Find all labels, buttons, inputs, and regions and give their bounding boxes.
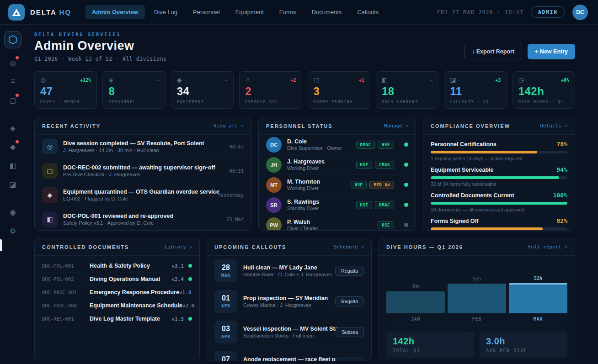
- sidebar-callouts-icon[interactable]: ◪: [4, 175, 21, 193]
- personnel-row[interactable]: DC D. ColeDive Supervisor · Owner DMACHS…: [259, 135, 416, 155]
- cert-badge: HSE: [378, 141, 394, 149]
- kpi-label: DOCS CURRENT: [382, 100, 432, 104]
- panel-title: UPCOMING CALLOUTS: [214, 244, 286, 250]
- document-row[interactable]: DOC-PROC-001 Emergency Response Procedur…: [35, 286, 199, 299]
- form-icon: ▢: [42, 163, 58, 179]
- sidebar-records-icon[interactable]: ◉: [4, 203, 21, 221]
- activity-item[interactable]: ◆ Equipment quarantined — OTS Guardian o…: [35, 183, 251, 207]
- nav-documents[interactable]: Documents: [305, 5, 348, 19]
- progress-track: [431, 202, 567, 205]
- doc-version: v1.8: [179, 290, 192, 295]
- sidebar-dive-log-icon[interactable]: ◎: [4, 54, 21, 71]
- diamond-icon: ◆: [10, 142, 16, 151]
- activity-item[interactable]: ▢ DOC-REC-002 submitted — awaiting super…: [35, 159, 251, 183]
- nav-personnel[interactable]: Personnel: [187, 5, 226, 19]
- nav-admin-overview[interactable]: Admin Overview: [85, 5, 145, 19]
- datetime: FRI 27 MAR 2026 · 10:47: [437, 9, 523, 16]
- kpi-personnel[interactable]: ◈– 8 PERSONNEL: [102, 71, 165, 109]
- date-day: 01: [222, 295, 230, 302]
- kpi-value: 34: [177, 85, 228, 97]
- compliance-label: Personnel Certifications: [431, 141, 497, 148]
- manage-link[interactable]: Manage →: [384, 123, 408, 129]
- kpi-equipment[interactable]: ◆– 34 EQUIPMENT: [171, 71, 234, 109]
- library-link[interactable]: Library →: [165, 244, 192, 250]
- callout-row[interactable]: 03APR Vessel inspection — MV Solent Star…: [207, 317, 371, 348]
- sidebar-overview-active[interactable]: [4, 31, 21, 48]
- sidebar-divider: [7, 114, 19, 114]
- nav-dive-log[interactable]: Dive Log: [148, 5, 184, 19]
- kpi-overdue-svc[interactable]: ⚠+2 2 OVERDUE SVC: [239, 71, 302, 109]
- callout-title: Hull clean — MY Lady Jane: [243, 264, 329, 271]
- person-name: P. Walsh: [287, 219, 372, 225]
- hexagon-icon: [9, 35, 17, 44]
- date-tile: 07APR: [214, 351, 237, 361]
- callout-row[interactable]: 01APR Prop inspection — SY MeridianCowes…: [207, 286, 371, 317]
- online-status-dot: [404, 183, 408, 187]
- activity-item[interactable]: ◧ DOC-POL-001 reviewed and re-approvedSa…: [35, 207, 251, 231]
- topbar-right: FRI 27 MAR 2026 · 10:47 ADMIN DC: [437, 5, 588, 20]
- sidebar-equipment-outline-icon[interactable]: ◈: [4, 119, 21, 137]
- kpi-label: CALLOUTS · Q1: [450, 100, 501, 104]
- total-q1-stat: 142h TOTAL Q1: [386, 332, 474, 358]
- bar-mar-highlighted[interactable]: [509, 283, 567, 313]
- kpi-dive-hours-q1[interactable]: ◷+8% 142h DIVE HOURS · Q1: [513, 71, 575, 109]
- bar-feb[interactable]: [448, 284, 506, 313]
- admin-role-badge[interactable]: ADMIN: [531, 6, 565, 18]
- cert-badge: CMAS: [375, 161, 394, 169]
- document-list: DOC-POL-001 Health & Safety Policy v3.1 …: [35, 256, 199, 329]
- sidebar-personnel-icon[interactable]: ≡: [4, 73, 21, 90]
- details-link[interactable]: Details →: [540, 123, 567, 129]
- user-avatar[interactable]: DC: [572, 5, 588, 20]
- dive-icon: ◎: [42, 139, 58, 154]
- dive-log-icon: ◎: [10, 58, 16, 67]
- document-row[interactable]: DOC-PROC-004 Equipment Maintenance Sched…: [35, 299, 199, 312]
- schedule-link[interactable]: Schedule →: [334, 244, 364, 250]
- export-report-button[interactable]: ↓ Export Report: [464, 44, 522, 59]
- offline-status-dot: [404, 223, 408, 227]
- callout-list: 28MAR Hull clean — MY Lady JaneHamble Ri…: [207, 256, 371, 361]
- sidebar-forms-icon[interactable]: ▢: [4, 91, 21, 109]
- callout-row[interactable]: 07APR Anode replacement — race fleet pre…: [207, 348, 371, 361]
- kpi-dives-month[interactable]: ◎+12% 47 DIVES · MONTH: [34, 71, 97, 109]
- doc-name: Diving Operations Manual: [90, 276, 172, 282]
- personnel-row[interactable]: SR S. RawlingsStandby Diver HSEDMAC: [259, 195, 416, 215]
- cert-badge: DMAC: [356, 141, 375, 149]
- callout-tag: Regatta: [335, 296, 364, 306]
- stat-label: AVG PER DIVE: [486, 348, 561, 353]
- kpi-forms-pending[interactable]: ▢+1 3 FORMS PENDING: [308, 71, 370, 109]
- bar-jan[interactable]: [386, 291, 445, 313]
- delta-logo[interactable]: [8, 4, 25, 21]
- progress-fill: [431, 151, 537, 153]
- cert-badge: HSE: [356, 161, 373, 169]
- record-icon: ◉: [10, 208, 16, 216]
- document-row[interactable]: DOC-POL-002 Diving Operations Manual v2.…: [35, 273, 199, 286]
- document-row[interactable]: DOC-REC-001 Dive Log Master Template v1.…: [35, 312, 199, 325]
- sidebar-settings-icon[interactable]: ⚙: [4, 222, 21, 239]
- callout-row[interactable]: 28MAR Hull clean — MY Lady JaneHamble Ri…: [207, 256, 371, 286]
- brand-name: DELTA HQ: [30, 8, 71, 16]
- date-tile: 28MAR: [214, 259, 237, 282]
- nav-callouts[interactable]: Callouts: [351, 5, 385, 19]
- personnel-row[interactable]: MT M. ThorntonWorking Diver HSEMED 8d: [259, 175, 416, 195]
- kpi-callouts-q1[interactable]: ◪+3 11 CALLOUTS · Q1: [444, 71, 507, 109]
- personnel-row[interactable]: JH J. HargreavesWorking Diver HSECMAS: [259, 155, 416, 175]
- stat-value: 142h: [393, 336, 468, 347]
- full-report-link[interactable]: Full report →: [528, 244, 567, 250]
- document-row[interactable]: DOC-POL-001 Health & Safety Policy v3.1: [35, 259, 199, 273]
- nav-equipment[interactable]: Equipment: [229, 5, 270, 19]
- nav-forms[interactable]: Forms: [273, 5, 303, 19]
- sidebar-equipment-icon[interactable]: ◆: [4, 138, 21, 155]
- kpi-docs-current[interactable]: ◧– 18 DOCS CURRENT: [376, 71, 438, 109]
- kpi-delta: +12%: [80, 78, 91, 83]
- view-all-link[interactable]: View all →: [214, 123, 244, 129]
- person-role: Diver / Tender: [287, 226, 372, 231]
- avatar: PW: [266, 217, 282, 231]
- book-icon: ◧: [382, 76, 388, 84]
- activity-item[interactable]: ◎ Dive session completed — SV Resolute, …: [35, 135, 251, 159]
- new-entry-button[interactable]: + New Entry: [528, 44, 575, 59]
- activity-time: 25 Mar: [226, 216, 244, 222]
- sidebar-documents-icon[interactable]: ◧: [4, 157, 21, 174]
- personnel-row[interactable]: PW P. WalshDiver / Tender HSE: [259, 215, 416, 231]
- online-status-dot: [404, 142, 408, 147]
- callout-tag: Regatta: [335, 358, 364, 361]
